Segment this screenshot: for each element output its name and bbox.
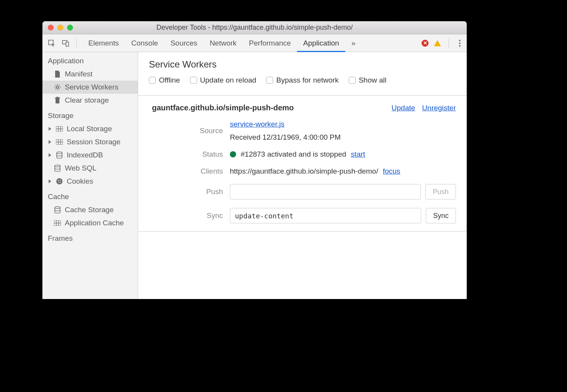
svg-rect-2 — [66, 42, 69, 46]
status-start-link[interactable]: start — [351, 150, 365, 159]
minimize-icon[interactable] — [57, 25, 63, 30]
checkbox-label: Offline — [159, 76, 180, 84]
sync-row: Sync — [230, 208, 456, 223]
caret-right-icon — [49, 140, 51, 144]
svg-point-20 — [59, 182, 60, 183]
svg-rect-5 — [55, 98, 60, 98]
panel-title: Service Workers — [149, 59, 456, 70]
push-label: Push — [149, 188, 230, 196]
cookie-icon — [56, 178, 63, 185]
main-header: Service Workers Offline Update on reload… — [138, 52, 467, 95]
checkbox-label: Update on reload — [200, 76, 256, 84]
sidebar-item-label: IndexedDB — [67, 151, 103, 159]
inspect-icon[interactable] — [46, 38, 57, 49]
checkbox-label: Show all — [359, 76, 386, 84]
sidebar-item-label: Local Storage — [67, 125, 112, 133]
checkbox-label: Bypass for network — [276, 76, 339, 84]
clients-focus-link[interactable]: focus — [383, 167, 400, 176]
caret-right-icon — [49, 127, 51, 131]
update-link[interactable]: Update — [392, 104, 415, 112]
close-icon[interactable] — [48, 25, 54, 30]
sidebar-section-frames: Frames — [42, 230, 138, 245]
separator — [449, 38, 449, 48]
more-menu-icon[interactable] — [457, 40, 463, 47]
tab-performance[interactable]: Performance — [243, 34, 297, 52]
unregister-link[interactable]: Unregister — [422, 104, 456, 112]
push-button[interactable]: Push — [425, 184, 456, 199]
options-row: Offline Update on reload Bypass for netw… — [149, 76, 456, 90]
separator — [76, 38, 77, 48]
show-all-checkbox[interactable]: Show all — [349, 76, 386, 84]
checkbox-icon — [149, 77, 156, 84]
update-on-reload-checkbox[interactable]: Update on reload — [190, 76, 256, 84]
svg-rect-6 — [56, 97, 59, 98]
offline-checkbox[interactable]: Offline — [149, 76, 180, 84]
sidebar-item-cookies[interactable]: Cookies — [42, 175, 138, 188]
status-label: Status — [149, 150, 230, 159]
device-toggle-icon[interactable] — [60, 38, 71, 49]
main-panel: Service Workers Offline Update on reload… — [138, 52, 467, 299]
sidebar-item-cache-storage[interactable]: Cache Storage — [42, 203, 138, 216]
database-icon — [56, 152, 63, 159]
sync-input[interactable] — [230, 208, 421, 223]
grid-icon — [54, 220, 61, 226]
devtools-window: Developer Tools - https://gauntface.gith… — [42, 21, 467, 299]
caret-right-icon — [49, 179, 51, 183]
trash-icon — [54, 97, 61, 104]
source-link[interactable]: service-worker.js — [230, 120, 284, 128]
push-input[interactable] — [230, 184, 421, 199]
origin-row: gauntface.github.io/simple-push-demo Upd… — [138, 96, 467, 120]
sidebar-item-label: Manifest — [65, 70, 93, 78]
grid-icon — [56, 125, 63, 132]
sidebar-item-local-storage[interactable]: Local Storage — [42, 122, 138, 135]
svg-point-21 — [60, 182, 61, 182]
received-text: Received 12/31/1969, 4:00:00 PM — [230, 133, 341, 142]
sidebar-item-indexeddb[interactable]: IndexedDB — [42, 149, 138, 162]
svg-point-3 — [56, 86, 59, 88]
file-icon — [54, 71, 61, 78]
sidebar-item-service-workers[interactable]: Service Workers — [42, 81, 138, 94]
window-controls — [42, 25, 73, 30]
origin-actions: Update Unregister — [392, 104, 456, 112]
sidebar-section-application: Application — [42, 52, 138, 68]
tabs-overflow[interactable]: » — [345, 34, 362, 52]
clients-value: https://gauntface.github.io/simple-push-… — [230, 167, 456, 176]
sync-button[interactable]: Sync — [426, 208, 456, 223]
sidebar-item-clear-storage[interactable]: Clear storage — [42, 94, 138, 107]
checkbox-icon — [190, 77, 197, 84]
window-title: Developer Tools - https://gauntface.gith… — [42, 24, 467, 32]
sidebar-item-session-storage[interactable]: Session Storage — [42, 135, 138, 149]
panel-tabs: Elements Console Sources Network Perform… — [82, 34, 362, 52]
clients-url: https://gauntface.github.io/simple-push-… — [230, 167, 378, 176]
svg-point-15 — [57, 152, 62, 154]
svg-point-17 — [56, 178, 62, 184]
source-value: service-worker.js Received 12/31/1969, 4… — [230, 120, 456, 142]
gear-icon — [54, 84, 61, 91]
sidebar-item-websql[interactable]: Web SQL — [42, 162, 138, 175]
sync-label: Sync — [149, 211, 230, 220]
tab-elements[interactable]: Elements — [82, 34, 125, 52]
error-badge-icon[interactable]: ✕ — [422, 40, 429, 47]
zoom-icon[interactable] — [67, 25, 73, 30]
status-value: #12873 activated and is stopped start — [230, 150, 456, 159]
sidebar: Application Manifest Service Workers Cle… — [42, 52, 138, 299]
sidebar-item-manifest[interactable]: Manifest — [42, 68, 138, 81]
tab-sources[interactable]: Sources — [164, 34, 204, 52]
sidebar-section-storage: Storage — [42, 107, 138, 122]
tab-network[interactable]: Network — [204, 34, 243, 52]
origin-text: gauntface.github.io/simple-push-demo — [152, 103, 294, 112]
sidebar-item-application-cache[interactable]: Application Cache — [42, 216, 138, 230]
bypass-checkbox[interactable]: Bypass for network — [266, 76, 339, 84]
warning-badge-icon[interactable] — [434, 40, 441, 46]
checkbox-icon — [266, 77, 273, 84]
database-icon — [54, 165, 61, 172]
sidebar-item-label: Cookies — [67, 177, 93, 186]
tab-application[interactable]: Application — [297, 34, 345, 52]
tab-console[interactable]: Console — [125, 34, 164, 52]
sidebar-section-cache: Cache — [42, 188, 138, 203]
sidebar-item-label: Application Cache — [65, 219, 124, 227]
svg-point-16 — [55, 165, 60, 167]
svg-point-19 — [60, 180, 61, 181]
titlebar: Developer Tools - https://gauntface.gith… — [42, 21, 467, 34]
push-row: Push — [230, 184, 456, 199]
